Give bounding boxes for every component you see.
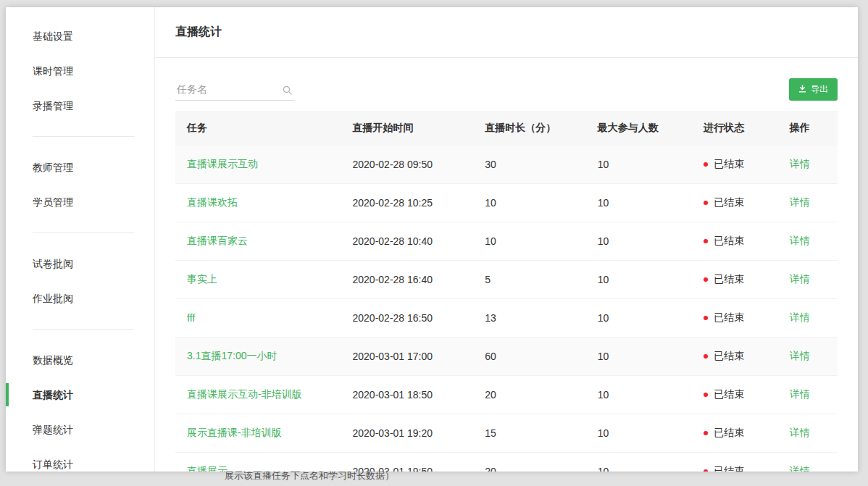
column-header: 最大参与人数: [586, 111, 692, 146]
sidebar-item-label: 直播统计: [33, 389, 73, 401]
duration-cell: 10: [473, 222, 585, 261]
sidebar-item[interactable]: 试卷批阅: [6, 246, 154, 281]
sidebar-divider: [33, 232, 134, 233]
task-link[interactable]: 直播展示: [187, 465, 228, 472]
start-time-cell: 2020-02-28 16:50: [341, 299, 474, 338]
detail-link[interactable]: 详情: [790, 388, 810, 400]
detail-link[interactable]: 详情: [790, 273, 810, 285]
sidebar-item[interactable]: 直播统计: [6, 377, 154, 412]
start-time-cell: 2020-03-01 19:50: [341, 453, 474, 472]
sidebar-item[interactable]: 学员管理: [6, 185, 154, 219]
start-time-cell: 2020-02-28 09:50: [341, 146, 474, 184]
task-link[interactable]: 直播课百家云: [187, 235, 248, 246]
export-button[interactable]: 导出: [789, 78, 838, 101]
task-link[interactable]: fff: [187, 312, 195, 324]
max-participants-cell: 10: [586, 299, 692, 338]
task-cell: 事实上: [175, 261, 341, 299]
status-cell: 已结束: [692, 261, 778, 299]
status-cell: 已结束: [692, 414, 778, 453]
status-dot-icon: [704, 469, 708, 472]
column-header: 直播开始时间: [341, 111, 474, 146]
sidebar-item[interactable]: 课时管理: [6, 54, 154, 88]
sidebar-item[interactable]: 教师管理: [6, 150, 154, 185]
action-cell: 详情: [778, 146, 838, 184]
table-row: 直播课百家云2020-02-28 10:401010已结束详情: [175, 222, 838, 261]
column-header: 任务: [175, 111, 341, 146]
task-link[interactable]: 直播课欢拓: [187, 196, 238, 208]
start-time-cell: 2020-02-28 10:40: [341, 222, 474, 261]
task-link[interactable]: 3.1直播17:00一小时: [187, 350, 277, 361]
action-cell: 详情: [778, 414, 838, 453]
table-body: 直播课展示互动2020-02-28 09:503010已结束详情直播课欢拓202…: [175, 146, 838, 472]
sidebar-nav: 基础设置课时管理录播管理教师管理学员管理试卷批阅作业批阅数据概览直播统计弹题统计…: [6, 19, 154, 472]
action-cell: 详情: [778, 222, 838, 261]
sidebar-item[interactable]: 数据概览: [6, 343, 154, 377]
task-cell: 3.1直播17:00一小时: [175, 338, 341, 376]
task-cell: 直播课展示互动-非培训版: [175, 376, 341, 414]
start-time-cell: 2020-03-01 17:00: [341, 338, 474, 376]
duration-cell: 60: [473, 338, 585, 376]
detail-link[interactable]: 详情: [790, 158, 810, 169]
table-row: 直播展示2020-03-01 19:502010已结束详情: [175, 453, 838, 472]
search-field-wrap: [175, 78, 295, 101]
status-dot-icon: [704, 316, 708, 320]
task-cell: 展示直播课-非培训版: [175, 414, 341, 453]
table-row: fff2020-02-28 16:501310已结束详情: [175, 299, 838, 338]
status-cell: 已结束: [692, 299, 778, 338]
task-cell: 直播课百家云: [175, 222, 341, 261]
task-cell: 直播课展示互动: [175, 146, 341, 184]
action-cell: 详情: [778, 376, 838, 414]
duration-cell: 13: [473, 299, 585, 338]
task-cell: fff: [175, 299, 341, 338]
sidebar-item-label: 订单统计: [33, 458, 73, 470]
sidebar-item-label: 试卷批阅: [33, 258, 73, 269]
task-cell: 直播展示: [175, 453, 341, 472]
status-dot-icon: [704, 393, 708, 397]
sidebar-item[interactable]: 录播管理: [6, 88, 154, 123]
sidebar-item[interactable]: 基础设置: [6, 19, 154, 54]
detail-link[interactable]: 详情: [790, 311, 810, 323]
detail-link[interactable]: 详情: [790, 427, 810, 438]
search-icon[interactable]: [283, 85, 292, 98]
task-link[interactable]: 直播课展示互动: [187, 158, 258, 169]
start-time-cell: 2020-02-28 10:25: [341, 184, 474, 222]
detail-link[interactable]: 详情: [790, 196, 810, 208]
detail-link[interactable]: 详情: [790, 235, 810, 246]
table-row: 直播课展示互动2020-02-28 09:503010已结束详情: [175, 146, 838, 184]
task-link[interactable]: 展示直播课-非培训版: [187, 427, 282, 438]
search-input[interactable]: [175, 78, 295, 101]
status-dot-icon: [704, 239, 708, 243]
toolbar: 导出: [175, 78, 838, 101]
detail-link[interactable]: 详情: [790, 350, 810, 361]
status-cell: 已结束: [692, 146, 778, 184]
status-cell: 已结束: [692, 338, 778, 376]
table-row: 展示直播课-非培训版2020-03-01 19:201510已结束详情: [175, 414, 838, 453]
action-cell: 详情: [778, 299, 838, 338]
start-time-cell: 2020-03-01 19:20: [341, 414, 474, 453]
live-statistics-panel: 基础设置课时管理录播管理教师管理学员管理试卷批阅作业批阅数据概览直播统计弹题统计…: [6, 7, 858, 472]
status-dot-icon: [704, 354, 708, 359]
export-icon: [798, 85, 806, 95]
sidebar-item[interactable]: 订单统计: [6, 447, 154, 472]
sidebar-item[interactable]: 作业批阅: [6, 281, 154, 316]
max-participants-cell: 10: [586, 414, 692, 453]
status-dot-icon: [704, 201, 708, 205]
start-time-cell: 2020-03-01 18:50: [341, 376, 474, 414]
sidebar-item-label: 弹题统计: [33, 424, 73, 435]
duration-cell: 20: [473, 376, 585, 414]
sidebar-item-label: 基础设置: [33, 30, 73, 42]
detail-link[interactable]: 详情: [790, 465, 810, 472]
task-link[interactable]: 事实上: [187, 273, 217, 285]
max-participants-cell: 10: [586, 184, 692, 222]
task-link[interactable]: 直播课展示互动-非培训版: [187, 388, 302, 400]
table-header-row: 任务直播开始时间直播时长（分）最大参与人数进行状态操作: [175, 111, 838, 146]
sidebar: 基础设置课时管理录播管理教师管理学员管理试卷批阅作业批阅数据概览直播统计弹题统计…: [6, 7, 154, 472]
sidebar-item-label: 录播管理: [33, 100, 73, 112]
sidebar-item-label: 作业批阅: [33, 293, 73, 304]
sidebar-item[interactable]: 弹题统计: [6, 412, 154, 447]
main-panel: 直播统计: [154, 7, 858, 472]
page-title: 直播统计: [175, 25, 222, 40]
max-participants-cell: 10: [586, 146, 692, 184]
duration-cell: 20: [473, 453, 585, 472]
sidebar-item-label: 课时管理: [33, 65, 73, 77]
